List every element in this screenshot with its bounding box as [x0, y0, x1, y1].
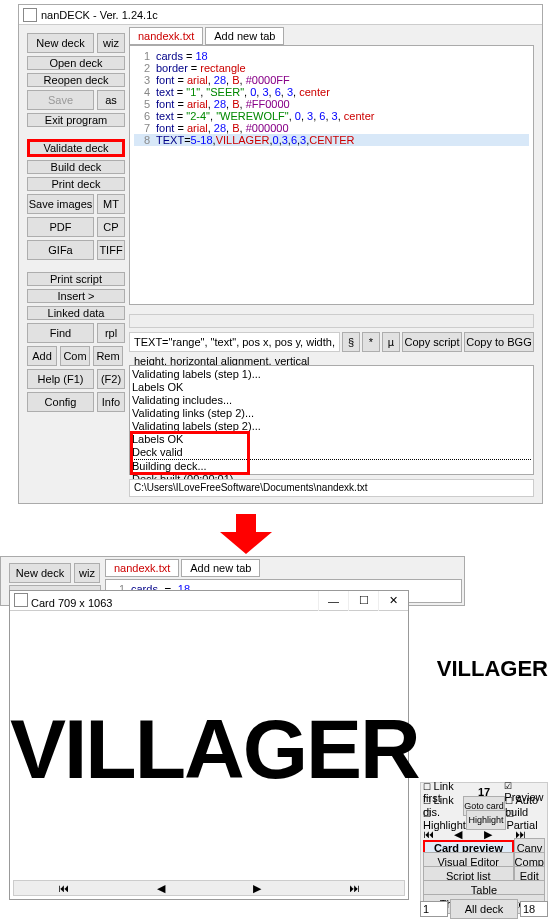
wiz-button[interactable]: wiz — [97, 33, 125, 53]
log-panel: Validating labels (step 1)...Labels OKVa… — [129, 365, 534, 475]
mt-button[interactable]: MT — [97, 194, 125, 214]
cp-button[interactable]: CP — [97, 217, 125, 237]
bottom-bar: All deck — [420, 899, 548, 919]
maximize-icon[interactable]: ☐ — [348, 591, 378, 611]
tiff-button[interactable]: TIFF — [97, 240, 125, 260]
last-icon[interactable]: ⏭ — [349, 882, 360, 894]
side-preview-text: VILLAGER — [437, 656, 548, 682]
prev-icon[interactable]: ◀ — [157, 882, 165, 895]
preview-icon — [14, 593, 28, 607]
minimize-icon[interactable]: — — [318, 591, 348, 611]
info-button[interactable]: Info — [97, 392, 125, 412]
tab-add-2[interactable]: Add new tab — [181, 559, 260, 577]
app-icon — [23, 8, 37, 22]
open-deck-button[interactable]: Open deck — [27, 56, 125, 70]
preview-window: Card 709 x 1063 — ☐ ✕ VILLAGER ⏮ ◀ ▶ ⏭ — [9, 590, 409, 900]
nav-next-icon[interactable]: ▶ — [484, 828, 515, 841]
log-highlight-box — [130, 431, 250, 475]
insert-button[interactable]: Insert > — [27, 289, 125, 303]
window-title: nanDECK - Ver. 1.24.1c — [41, 9, 158, 21]
tabs: nandexk.txt Add new tab — [129, 27, 284, 45]
hint-text: TEXT="range", "text", pos x, pos y, widt… — [129, 332, 340, 352]
preview-nav: ⏮ ◀ ▶ ⏭ — [13, 880, 405, 896]
find-button[interactable]: Find — [27, 323, 94, 343]
code-editor[interactable]: 1cards = 182border = rectangle3font = ar… — [129, 45, 534, 305]
add-button[interactable]: Add — [27, 346, 57, 366]
new-deck-button[interactable]: New deck — [27, 33, 94, 53]
all-deck-button[interactable]: All deck — [450, 899, 518, 919]
copy-script-button[interactable]: Copy script — [402, 332, 462, 352]
nav-prev-icon[interactable]: ◀ — [454, 828, 485, 841]
save-as-button[interactable]: as — [97, 90, 125, 110]
gifa-button[interactable]: GIFa — [27, 240, 94, 260]
control-grid: ☐ Link first17☑ Preview ☐ Link dis.Goto … — [420, 782, 548, 914]
tab-file-2[interactable]: nandexk.txt — [105, 559, 179, 577]
f2-button[interactable]: (F2) — [97, 369, 125, 389]
tab-file[interactable]: nandexk.txt — [129, 27, 203, 45]
sidebar: New deckwiz Open deck Reopen deck Saveas… — [27, 33, 125, 412]
mu-button[interactable]: µ — [382, 332, 400, 352]
star-button[interactable]: * — [362, 332, 380, 352]
main-window: nanDECK - Ver. 1.24.1c New deckwiz Open … — [18, 4, 543, 504]
config-button[interactable]: Config — [27, 392, 94, 412]
close-icon[interactable]: ✕ — [378, 591, 408, 611]
help-button[interactable]: Help (F1) — [27, 369, 94, 389]
print-script-button[interactable]: Print script — [27, 272, 125, 286]
print-deck-button[interactable]: Print deck — [27, 177, 125, 191]
rpl-button[interactable]: rpl — [97, 323, 125, 343]
wiz-button-2[interactable]: wiz — [74, 563, 100, 583]
build-deck-button[interactable]: Build deck — [27, 160, 125, 174]
status-bar: C:\Users\ILoveFreeSoftware\Documents\nan… — [129, 479, 534, 497]
new-deck-button-2[interactable]: New deck — [9, 563, 71, 583]
linked-data-button[interactable]: Linked data — [27, 306, 125, 320]
card-to-input[interactable] — [520, 901, 548, 917]
preview-card-text: VILLAGER — [10, 701, 419, 798]
rem-button[interactable]: Rem — [93, 346, 123, 366]
hint-bar: TEXT="range", "text", pos x, pos y, widt… — [129, 331, 534, 353]
copy-bgg-button[interactable]: Copy to BGG — [464, 332, 534, 352]
save-images-button[interactable]: Save images — [27, 194, 94, 214]
tab-add[interactable]: Add new tab — [205, 27, 284, 45]
card-from-input[interactable] — [420, 901, 448, 917]
reopen-deck-button[interactable]: Reopen deck — [27, 73, 125, 87]
arrow-icon — [216, 514, 276, 554]
editor-scrollbar[interactable] — [129, 314, 534, 328]
com-button[interactable]: Com — [60, 346, 90, 366]
preview-title: Card 709 x 1063 — [31, 597, 112, 609]
section-button[interactable]: § — [342, 332, 360, 352]
next-icon[interactable]: ▶ — [253, 882, 261, 895]
first-icon[interactable]: ⏮ — [58, 882, 69, 894]
pdf-button[interactable]: PDF — [27, 217, 94, 237]
preview-titlebar: Card 709 x 1063 — ☐ ✕ — [10, 591, 408, 611]
validate-deck-button[interactable]: Validate deck — [27, 139, 125, 157]
exit-button[interactable]: Exit program — [27, 113, 125, 127]
nav-first-icon[interactable]: ⏮ — [423, 828, 454, 840]
titlebar: nanDECK - Ver. 1.24.1c — [19, 5, 542, 25]
save-button[interactable]: Save — [27, 90, 94, 110]
